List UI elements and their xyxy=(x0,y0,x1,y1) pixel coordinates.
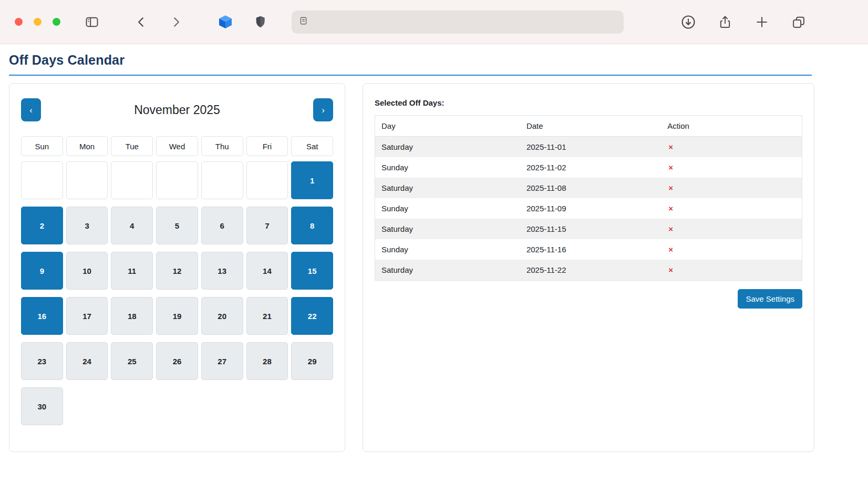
download-icon[interactable] xyxy=(679,13,698,32)
day-cell-4[interactable]: 4 xyxy=(111,207,153,244)
day-cell-9[interactable]: 9 xyxy=(21,252,63,290)
weekday-sun: Sun xyxy=(21,136,63,156)
forward-icon[interactable] xyxy=(167,13,185,32)
remove-off-day-button[interactable]: × xyxy=(667,163,674,172)
empty-day-cell xyxy=(246,161,288,199)
page-header: Off Days Calendar xyxy=(9,53,812,76)
off-days-table: DayDateAction Saturday2025-11-01×Sunday2… xyxy=(375,115,802,281)
table-header-row: DayDateAction xyxy=(375,116,802,137)
off-day-date: 2025-11-15 xyxy=(520,219,661,239)
off-day-name: Saturday xyxy=(375,137,520,158)
sidebar-toggle-icon[interactable] xyxy=(82,13,101,32)
weekday-tue: Tue xyxy=(111,136,153,156)
off-day-row: Saturday2025-11-15× xyxy=(375,219,802,239)
app-cube-icon[interactable] xyxy=(216,13,235,32)
shield-icon[interactable] xyxy=(251,13,270,32)
off-day-name: Sunday xyxy=(375,198,520,219)
remove-off-day-button[interactable]: × xyxy=(667,224,674,233)
remove-off-day-button[interactable]: × xyxy=(667,183,674,192)
day-cell-18[interactable]: 18 xyxy=(111,297,153,335)
off-day-name: Saturday xyxy=(375,260,520,281)
save-row: Save Settings xyxy=(375,289,802,309)
calendar-grid: 1234567891011121314151617181920212223242… xyxy=(21,161,333,425)
weekday-row: SunMonTueWedThuFriSat xyxy=(21,136,333,156)
day-cell-13[interactable]: 13 xyxy=(201,252,243,290)
off-day-row: Saturday2025-11-08× xyxy=(375,178,802,198)
off-day-name: Saturday xyxy=(375,219,520,239)
share-icon[interactable] xyxy=(716,13,735,32)
main-content: ‹ November 2025 › SunMonTueWedThuFriSat … xyxy=(9,83,859,452)
window-minimize-button[interactable] xyxy=(34,18,42,26)
day-cell-10[interactable]: 10 xyxy=(66,252,108,290)
prev-month-button[interactable]: ‹ xyxy=(21,98,41,121)
calendar-card: ‹ November 2025 › SunMonTueWedThuFriSat … xyxy=(9,83,345,452)
traffic-lights xyxy=(15,18,60,26)
day-cell-15[interactable]: 15 xyxy=(291,252,333,290)
off-day-action-cell: × xyxy=(661,219,802,239)
remove-off-day-button[interactable]: × xyxy=(667,265,674,274)
day-cell-23[interactable]: 23 xyxy=(21,342,63,380)
day-cell-6[interactable]: 6 xyxy=(201,207,243,244)
selected-off-days-heading: Selected Off Days: xyxy=(375,98,802,107)
new-tab-icon[interactable] xyxy=(752,13,771,32)
day-cell-25[interactable]: 25 xyxy=(111,342,153,380)
off-day-action-cell: × xyxy=(661,157,802,178)
empty-day-cell xyxy=(111,161,153,199)
back-icon[interactable] xyxy=(132,13,151,32)
day-cell-2[interactable]: 2 xyxy=(21,207,63,244)
off-day-date: 2025-11-09 xyxy=(520,198,661,219)
day-cell-7[interactable]: 7 xyxy=(246,207,288,244)
off-day-name: Saturday xyxy=(375,178,520,198)
off-day-row: Sunday2025-11-09× xyxy=(375,198,802,219)
day-cell-3[interactable]: 3 xyxy=(66,207,108,244)
window-zoom-button[interactable] xyxy=(53,18,60,26)
remove-off-day-button[interactable]: × xyxy=(667,204,674,213)
weekday-mon: Mon xyxy=(66,136,108,156)
off-day-name: Sunday xyxy=(375,239,520,260)
off-day-row: Saturday2025-11-01× xyxy=(375,137,802,158)
address-bar[interactable] xyxy=(292,11,624,34)
off-day-action-cell: × xyxy=(661,239,802,260)
day-cell-29[interactable]: 29 xyxy=(291,342,333,380)
column-header-day: Day xyxy=(375,116,520,137)
browser-chrome xyxy=(0,0,868,44)
off-day-row: Sunday2025-11-16× xyxy=(375,239,802,260)
off-day-action-cell: × xyxy=(661,260,802,281)
day-cell-5[interactable]: 5 xyxy=(156,207,198,244)
calendar-header: ‹ November 2025 › xyxy=(21,98,333,121)
remove-off-day-button[interactable]: × xyxy=(667,142,674,151)
weekday-wed: Wed xyxy=(156,136,198,156)
weekday-fri: Fri xyxy=(246,136,288,156)
day-cell-24[interactable]: 24 xyxy=(66,342,108,380)
day-cell-8[interactable]: 8 xyxy=(291,207,333,244)
day-cell-16[interactable]: 16 xyxy=(21,297,63,335)
day-cell-28[interactable]: 28 xyxy=(246,342,288,380)
day-cell-11[interactable]: 11 xyxy=(111,252,153,290)
save-settings-button[interactable]: Save Settings xyxy=(738,289,802,309)
day-cell-26[interactable]: 26 xyxy=(156,342,198,380)
day-cell-21[interactable]: 21 xyxy=(246,297,288,335)
empty-day-cell xyxy=(66,161,108,199)
day-cell-30[interactable]: 30 xyxy=(21,387,63,425)
window-close-button[interactable] xyxy=(15,18,23,26)
column-header-date: Date xyxy=(520,116,661,137)
day-cell-19[interactable]: 19 xyxy=(156,297,198,335)
day-cell-17[interactable]: 17 xyxy=(66,297,108,335)
weekday-sat: Sat xyxy=(291,136,333,156)
day-cell-20[interactable]: 20 xyxy=(201,297,243,335)
month-label: November 2025 xyxy=(134,103,220,117)
day-cell-12[interactable]: 12 xyxy=(156,252,198,290)
next-month-button[interactable]: › xyxy=(313,98,333,121)
off-day-action-cell: × xyxy=(661,178,802,198)
off-day-date: 2025-11-02 xyxy=(520,157,661,178)
empty-day-cell xyxy=(21,161,63,199)
off-day-date: 2025-11-16 xyxy=(520,239,661,260)
off-day-row: Saturday2025-11-22× xyxy=(375,260,802,281)
tab-overview-icon[interactable] xyxy=(789,13,808,32)
remove-off-day-button[interactable]: × xyxy=(667,245,674,254)
toolbar-right xyxy=(679,13,808,32)
day-cell-14[interactable]: 14 xyxy=(246,252,288,290)
day-cell-27[interactable]: 27 xyxy=(201,342,243,380)
day-cell-22[interactable]: 22 xyxy=(291,297,333,335)
day-cell-1[interactable]: 1 xyxy=(291,161,333,199)
